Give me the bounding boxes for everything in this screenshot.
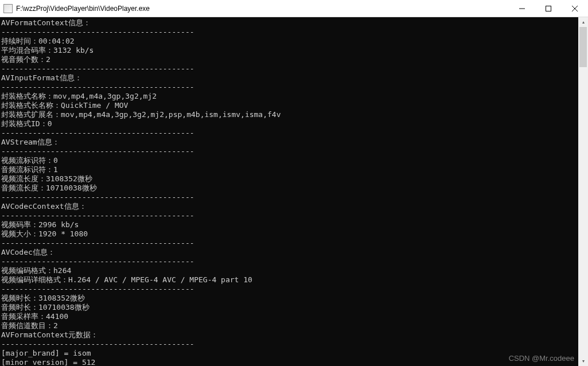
maximize-button[interactable] <box>535 0 562 17</box>
titlebar: F:\wzzProj\VideoPlayer\bin\VideoPlayer.e… <box>0 0 588 17</box>
text-line: ----------------------------------------… <box>1 239 194 247</box>
text-line: [major_brand] = isom <box>1 349 91 357</box>
console-output[interactable]: AVFormatContext信息： ---------------------… <box>0 17 578 366</box>
text-line: 音频采样率：44100 <box>1 312 68 321</box>
text-line: ----------------------------------------… <box>1 129 194 137</box>
text-line: 音频信道数目：2 <box>1 321 58 330</box>
text-line: ----------------------------------------… <box>1 147 194 155</box>
text-line: 视频编码详细格式：H.264 / AVC / MPEG-4 AVC / MPEG… <box>1 275 252 284</box>
text-line: AVInputFormat信息： <box>1 73 82 82</box>
text-line: 音频流长度：10710038微秒 <box>1 184 97 192</box>
text-line: ----------------------------------------… <box>1 83 194 91</box>
vertical-scrollbar[interactable]: ▴ ▾ <box>578 17 588 366</box>
text-line: 封装格式名称：mov,mp4,m4a,3gp,3g2,mj2 <box>1 92 157 100</box>
text-line: ----------------------------------------… <box>1 211 194 220</box>
minimize-button[interactable] <box>509 0 535 17</box>
watermark: CSDN @Mr.codeee <box>509 354 574 363</box>
scroll-up-button[interactable]: ▴ <box>578 17 588 27</box>
text-line: ----------------------------------------… <box>1 340 194 348</box>
title-left: F:\wzzProj\VideoPlayer\bin\VideoPlayer.e… <box>3 4 150 13</box>
text-line: 视频流长度：3108352微秒 <box>1 174 92 183</box>
text-line: 持续时间：00:04:02 <box>1 37 75 45</box>
text-line: 封装格式扩展名：mov,mp4,m4a,3gp,3g2,mj2,psp,m4b,… <box>1 110 281 119</box>
window-title: F:\wzzProj\VideoPlayer\bin\VideoPlayer.e… <box>16 5 150 13</box>
text-line: ----------------------------------------… <box>1 257 194 266</box>
text-line: 封装格式ID：0 <box>1 119 52 128</box>
text-line: AVFormatContext信息： <box>1 18 91 27</box>
text-line: 视音频个数：2 <box>1 55 50 64</box>
text-line: AVStream信息： <box>1 138 60 146</box>
text-line: ----------------------------------------… <box>1 28 194 36</box>
scroll-thumb[interactable] <box>579 27 587 67</box>
app-icon <box>3 4 13 13</box>
text-line: 视频时长：3108352微秒 <box>1 294 85 302</box>
text-line: AVCodecContext信息： <box>1 202 87 211</box>
text-line: AVFormatContext元数据： <box>1 330 98 339</box>
text-line: 视频码率：2996 kb/s <box>1 220 79 229</box>
text-line: 平均混合码率：3132 kb/s <box>1 46 94 54</box>
text-line: [minor_version] = 512 <box>1 358 95 366</box>
text-line: 音频时长：10710038微秒 <box>1 303 89 312</box>
text-line: AVCodec信息： <box>1 248 55 256</box>
text-line: 音频流标识符：1 <box>1 165 58 174</box>
window-controls <box>509 0 588 17</box>
text-line: ----------------------------------------… <box>1 285 194 293</box>
svg-rect-1 <box>546 6 551 11</box>
console-wrap: AVFormatContext信息： ---------------------… <box>0 17 588 366</box>
text-line: ----------------------------------------… <box>1 64 194 73</box>
text-line: 视频编码格式：h264 <box>1 266 71 275</box>
text-line: 视频大小：1920 * 1080 <box>1 229 88 238</box>
text-line: ----------------------------------------… <box>1 193 194 201</box>
close-button[interactable] <box>562 0 588 17</box>
text-line: 视频流标识符：0 <box>1 156 58 165</box>
scroll-down-button[interactable]: ▾ <box>578 356 588 366</box>
text-line: 封装格式长名称：QuickTime / MOV <box>1 101 128 110</box>
